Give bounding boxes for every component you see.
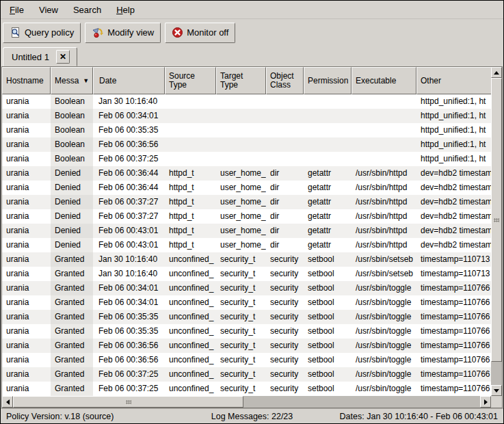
column-header-target-type[interactable]: Target Type: [216, 67, 266, 94]
table-row[interactable]: uraniaBooleanFeb 06 00:34:01httpd_unifie…: [2, 109, 491, 123]
table-row[interactable]: uraniaGrantedFeb 06 00:37:25unconfined_s…: [2, 367, 491, 382]
table-cell: urania: [2, 281, 51, 295]
column-header-other[interactable]: Other: [416, 67, 491, 94]
menu-help[interactable]: Help: [110, 2, 141, 18]
column-header-label: Executable: [356, 77, 396, 85]
table-cell: Granted: [51, 295, 93, 310]
table-row[interactable]: uraniaDeniedFeb 06 00:37:27httpd_tuser_h…: [2, 209, 491, 224]
vertical-scrollbar[interactable]: [491, 67, 502, 396]
tab-close-button[interactable]: ✕: [56, 50, 70, 64]
table-cell: getattr: [304, 195, 352, 209]
table-cell: dev=hdb2 timestam: [416, 166, 491, 181]
table-cell: Granted: [51, 353, 93, 367]
table-cell: Feb 06 00:43:01: [93, 238, 165, 252]
table-row[interactable]: uraniaDeniedFeb 06 00:36:44httpd_tuser_h…: [2, 166, 491, 181]
table-cell: Denied: [51, 209, 93, 224]
scroll-right-button[interactable]: [480, 396, 491, 408]
table-cell: Feb 06 00:43:01: [93, 224, 165, 238]
menu-view[interactable]: View: [33, 2, 64, 18]
table-cell: user_home_: [216, 238, 266, 252]
table-cell: security: [266, 252, 304, 267]
table-row[interactable]: uraniaGrantedFeb 06 00:35:35unconfined_s…: [2, 310, 491, 324]
table-cell: urania: [2, 267, 51, 281]
table-cell: setbool: [304, 310, 352, 324]
table-cell: [304, 123, 352, 137]
column-header-label: Other: [421, 77, 441, 85]
table-cell: dev=hdb2 timestam: [416, 238, 491, 252]
scroll-down-button[interactable]: [491, 385, 502, 396]
table-row[interactable]: uraniaGrantedJan 30 10:16:40unconfined_s…: [2, 252, 491, 267]
table-cell: dir: [266, 224, 304, 238]
table-row[interactable]: uraniaGrantedFeb 06 00:37:25unconfined_s…: [2, 382, 491, 396]
table-row[interactable]: uraniaGrantedFeb 06 00:36:56unconfined_s…: [2, 339, 491, 353]
monitor-off-button[interactable]: Monitor off: [165, 23, 235, 43]
vertical-scrollbar-trough[interactable]: [491, 362, 502, 385]
column-header-object-class[interactable]: Object Class: [266, 67, 304, 94]
arrow-right-icon: [484, 399, 488, 405]
table-row[interactable]: uraniaDeniedFeb 06 00:43:01httpd_tuser_h…: [2, 238, 491, 252]
tab-untitled-1[interactable]: Untitled 1 ✕: [3, 47, 77, 66]
table-cell: [165, 137, 216, 152]
table-cell: user_home_: [216, 209, 266, 224]
table-cell: Granted: [51, 310, 93, 324]
menu-search[interactable]: Search: [67, 2, 107, 18]
table-cell: urania: [2, 252, 51, 267]
arrow-left-icon: [6, 399, 10, 405]
table-cell: Denied: [51, 224, 93, 238]
table-cell: httpd_t: [165, 195, 216, 209]
table-cell: /usr/sbin/httpd: [352, 195, 416, 209]
table-cell: timestamp=110713: [416, 252, 491, 267]
column-header-executable[interactable]: Executable: [352, 67, 416, 94]
table-row[interactable]: uraniaGrantedFeb 06 00:35:35unconfined_s…: [2, 324, 491, 339]
horizontal-scrollbar[interactable]: [2, 396, 491, 408]
table-cell: security_t: [216, 310, 266, 324]
table-row[interactable]: uraniaBooleanFeb 06 00:35:35httpd_unifie…: [2, 123, 491, 137]
table-row[interactable]: uraniaDeniedFeb 06 00:36:44httpd_tuser_h…: [2, 181, 491, 195]
query-policy-button[interactable]: Query policy: [3, 23, 81, 43]
table-row[interactable]: uraniaDeniedFeb 06 00:37:27httpd_tuser_h…: [2, 195, 491, 209]
table-cell: [266, 123, 304, 137]
table-row[interactable]: uraniaGrantedFeb 06 00:34:01unconfined_s…: [2, 281, 491, 295]
table-row[interactable]: uraniaDeniedFeb 06 00:43:01httpd_tuser_h…: [2, 224, 491, 238]
table-row[interactable]: uraniaBooleanFeb 06 00:37:25httpd_unifie…: [2, 152, 491, 166]
table-cell: urania: [2, 224, 51, 238]
table-cell: [352, 137, 416, 152]
vertical-scrollbar-thumb[interactable]: [491, 78, 502, 362]
table-row[interactable]: uraniaBooleanFeb 06 00:36:56httpd_unifie…: [2, 137, 491, 152]
menu-file[interactable]: File: [3, 2, 30, 18]
table-cell: Denied: [51, 181, 93, 195]
table-cell: user_home_: [216, 224, 266, 238]
table-row[interactable]: uraniaGrantedJan 30 10:16:40unconfined_s…: [2, 267, 491, 281]
table-row[interactable]: uraniaGrantedFeb 06 00:36:56unconfined_s…: [2, 353, 491, 367]
table-cell: Granted: [51, 382, 93, 396]
seaudit-window: File View Search Help Query policy: [0, 0, 504, 424]
scroll-up-button[interactable]: [491, 67, 502, 78]
table-cell: /usr/sbin/setseb: [352, 267, 416, 281]
table-cell: Feb 06 00:37:25: [93, 382, 165, 396]
column-header-permission[interactable]: Permission: [304, 67, 352, 94]
table-cell: /usr/sbin/toggle: [352, 281, 416, 295]
horizontal-scrollbar-thumb[interactable]: [13, 396, 243, 408]
horizontal-scrollbar-trough[interactable]: [243, 396, 480, 408]
column-header-message[interactable]: Messa ▼: [51, 67, 93, 94]
table-row[interactable]: uraniaBooleanJan 30 10:16:40httpd_unifie…: [2, 94, 491, 109]
column-header-source-type[interactable]: Source Type: [165, 67, 216, 94]
table-cell: dir: [266, 209, 304, 224]
table-cell: urania: [2, 109, 51, 123]
column-header-date[interactable]: Date: [93, 67, 165, 94]
table-cell: /usr/sbin/setseb: [352, 252, 416, 267]
table-cell: urania: [2, 310, 51, 324]
table-cell: [216, 109, 266, 123]
column-header-hostname[interactable]: Hostname: [2, 67, 51, 94]
table-cell: setbool: [304, 324, 352, 339]
scroll-left-button[interactable]: [2, 396, 13, 408]
close-icon: ✕: [59, 53, 66, 61]
table-cell: [304, 152, 352, 166]
table-cell: setbool: [304, 252, 352, 267]
table-cell: getattr: [304, 181, 352, 195]
table-cell: unconfined_: [165, 382, 216, 396]
modify-view-button[interactable]: Modify view: [85, 23, 161, 43]
table-row[interactable]: uraniaGrantedFeb 06 00:34:01unconfined_s…: [2, 295, 491, 310]
table-cell: setbool: [304, 339, 352, 353]
table-cell: security: [266, 267, 304, 281]
